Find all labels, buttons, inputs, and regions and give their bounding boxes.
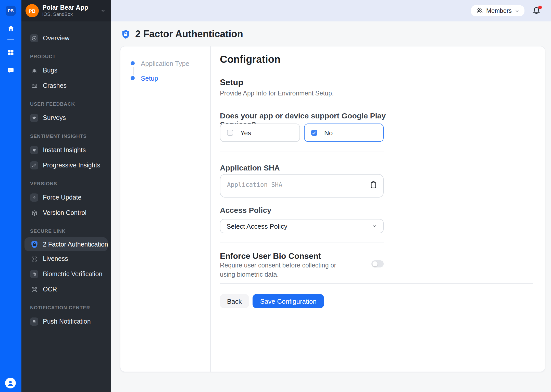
consent-heading: Enforce User Bio Consent <box>220 252 384 261</box>
application-sha-field <box>220 174 384 198</box>
option-yes-label: Yes <box>240 129 251 137</box>
sidebar-item-force-update[interactable]: Force Update <box>21 190 111 205</box>
section-label-sentiment-insights: SENTIMENT INSIGHTS <box>21 133 111 139</box>
access-policy-value: Select Access Policy <box>227 222 287 230</box>
app-platform: iOS, SandBox <box>42 11 101 17</box>
bug-icon <box>30 66 38 75</box>
stepper: Application Type Setup <box>120 46 211 372</box>
step-application-type[interactable]: Application Type <box>141 60 189 67</box>
user-avatar[interactable] <box>5 378 16 388</box>
configuration-card: Application Type Setup Configration Setu… <box>120 46 545 372</box>
sidebar: PB Polar Bear App iOS, SandBox Overview … <box>21 0 111 392</box>
checkbox-yes[interactable] <box>227 130 233 136</box>
members-label: Members <box>486 7 512 14</box>
sidebar-item-overview[interactable]: Overview <box>21 31 111 46</box>
sidebar-item-label: Liveness <box>43 255 68 262</box>
section-label-notification-center: NOTIFICATION CENTER <box>21 305 111 310</box>
chevron-down-icon <box>372 224 377 229</box>
notifications-bell-icon[interactable] <box>532 6 541 15</box>
sidebar-item-surveys[interactable]: Surveys <box>21 110 111 126</box>
face-scan-icon <box>30 255 38 263</box>
save-configuration-button[interactable]: Save Configuration <box>253 294 324 308</box>
sidebar-item-instant-insights[interactable]: Instant Insights <box>21 142 111 158</box>
chevron-down-icon <box>101 8 106 13</box>
apps-grid-icon[interactable] <box>0 49 21 56</box>
sidebar-item-label: Crashes <box>43 82 67 89</box>
link-icon <box>30 161 38 169</box>
notification-dot <box>538 6 542 9</box>
chat-icon[interactable] <box>0 67 21 74</box>
sidebar-item-push-notification[interactable]: Push Notification <box>21 314 111 329</box>
access-policy-label: Access Policy <box>220 206 384 214</box>
configuration-form: Configration Setup Provide App Info for … <box>210 46 545 372</box>
section-label-user-feedback: USER FEEDBACK <box>21 101 111 107</box>
step-dot-application-type <box>131 61 135 65</box>
sidebar-item-label: 2 Factor Authentication <box>43 241 108 248</box>
sidebar-item-ocr[interactable]: OCR <box>21 282 111 297</box>
rail-divider <box>7 39 14 40</box>
setup-description: Provide App Info for Environment Setup. <box>220 90 384 97</box>
step-setup[interactable]: Setup <box>141 75 158 82</box>
sidebar-item-biometric-verification[interactable]: Biometric Verification <box>21 266 111 282</box>
crash-icon <box>30 82 38 90</box>
option-no[interactable]: No <box>304 124 384 142</box>
chevron-down-icon <box>515 8 519 13</box>
sidebar-item-label: Instant Insights <box>43 146 86 154</box>
google-play-options: Yes No <box>220 124 384 142</box>
home-icon[interactable] <box>0 24 21 32</box>
members-button[interactable]: Members <box>471 5 524 16</box>
app-switcher[interactable]: PB Polar Bear App iOS, SandBox <box>21 0 111 21</box>
step-dot-setup <box>131 76 135 80</box>
divider <box>220 152 384 152</box>
consent-description: Require user consent before collecting o… <box>220 261 342 279</box>
topbar: Members <box>111 0 551 21</box>
section-label-versions: VERSIONS <box>21 181 111 186</box>
access-policy-select[interactable]: Select Access Policy <box>220 219 384 233</box>
consent-toggle[interactable] <box>371 260 384 267</box>
step-connector <box>132 67 133 75</box>
checkbox-no[interactable] <box>311 130 317 136</box>
sidebar-item-liveness[interactable]: Liveness <box>21 251 111 266</box>
sidebar-item-label: Force Update <box>43 194 81 201</box>
workspace-rail: PB <box>0 0 21 392</box>
option-yes[interactable]: Yes <box>220 124 300 142</box>
shield-lock-icon <box>121 29 130 39</box>
application-sha-label: Application SHA <box>220 163 384 172</box>
bell-icon <box>30 317 38 326</box>
sidebar-nav: Overview PRODUCT Bugs Crashes USER FEEDB… <box>21 21 111 329</box>
sidebar-item-label: Bugs <box>43 67 57 74</box>
overview-icon <box>30 34 38 42</box>
sidebar-item-label: Surveys <box>43 114 66 121</box>
sidebar-item-label: Overview <box>43 35 69 42</box>
workspace-badge[interactable]: PB <box>6 6 16 16</box>
fingerprint-icon <box>30 270 38 278</box>
main-content: 2 Factor Authentication Application Type… <box>111 21 551 392</box>
arrow-up-icon <box>30 193 38 202</box>
sidebar-item-crashes[interactable]: Crashes <box>21 78 111 93</box>
shield-lock-icon <box>30 240 38 248</box>
heart-icon <box>30 146 38 154</box>
section-label-secure-link: SECURE LINK <box>21 228 111 234</box>
sidebar-item-label: Version Control <box>43 209 86 216</box>
clipboard-icon[interactable] <box>370 181 377 189</box>
card-scan-icon <box>30 285 38 293</box>
sidebar-item-label: Push Notification <box>43 318 91 325</box>
members-icon <box>476 7 483 14</box>
application-sha-input[interactable] <box>220 175 383 197</box>
sidebar-item-version-control[interactable]: Version Control <box>21 205 111 220</box>
page-header: 2 Factor Authentication <box>121 29 243 40</box>
sidebar-item-label: OCR <box>43 286 57 293</box>
sidebar-item-label: Biometric Verification <box>43 271 102 278</box>
divider <box>220 283 533 284</box>
option-no-label: No <box>324 129 333 137</box>
sidebar-item-bugs[interactable]: Bugs <box>21 63 111 78</box>
cube-icon <box>30 209 38 217</box>
toggle-knob <box>372 261 378 266</box>
app-name: Polar Bear App <box>42 4 101 11</box>
setup-heading: Setup <box>220 78 384 87</box>
star-icon <box>30 114 38 122</box>
sidebar-item-2fa[interactable]: 2 Factor Authentication <box>24 237 108 251</box>
sidebar-item-label: Progressive Insights <box>43 162 100 169</box>
sidebar-item-progressive-insights[interactable]: Progressive Insights <box>21 158 111 173</box>
back-button[interactable]: Back <box>220 294 249 308</box>
